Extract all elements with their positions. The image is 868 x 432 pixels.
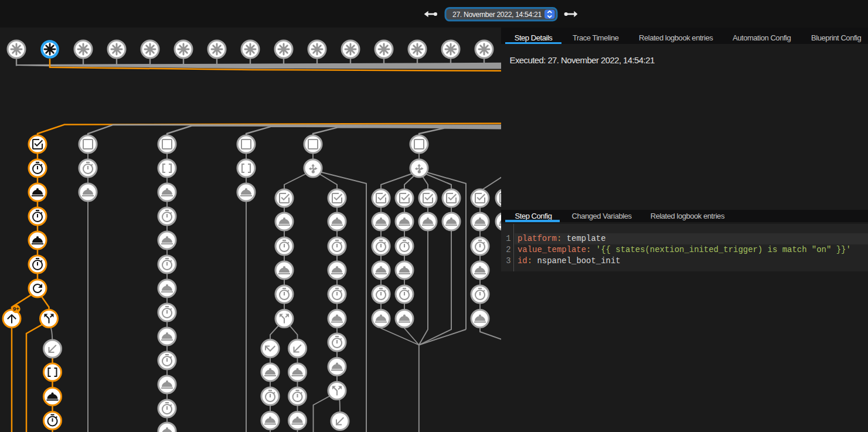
svg-text:9+: 9+ [13,305,19,312]
svg-text:27. November 2022, 14:54:21: 27. November 2022, 14:54:21 [452,11,542,19]
